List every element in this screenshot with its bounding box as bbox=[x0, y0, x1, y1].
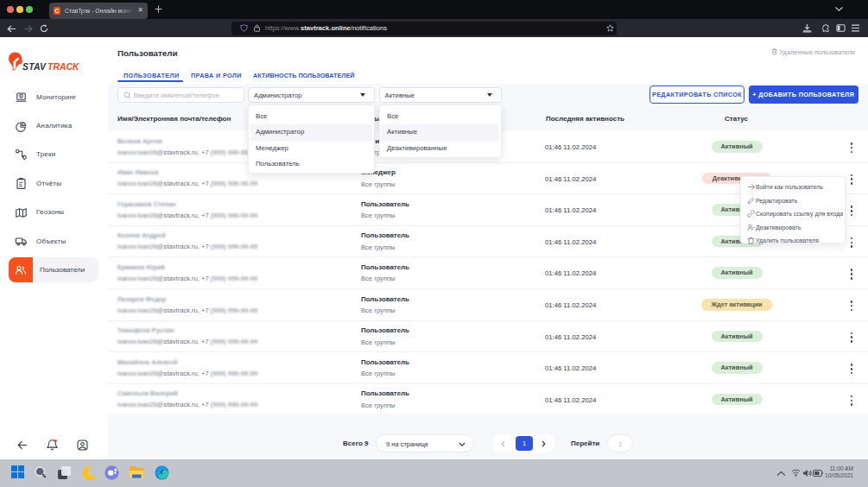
svg-text:TRACK: TRACK bbox=[48, 62, 80, 72]
svg-text:STAV: STAV bbox=[22, 62, 47, 72]
